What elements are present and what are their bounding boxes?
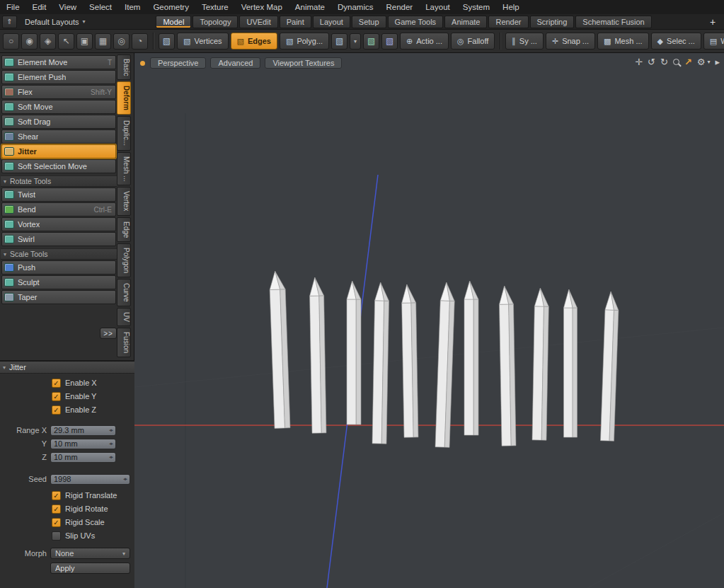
checkbox-rigid-rotate[interactable]: ✓	[52, 505, 61, 514]
menu-item-geometry[interactable]: Geometry	[146, 0, 195, 14]
symmetry-button[interactable]: ∥Sy ...	[505, 33, 544, 50]
cursor-arrows-icon[interactable]: ↖	[58, 33, 74, 50]
fence-picket[interactable]	[435, 282, 455, 448]
tool-flex[interactable]: FlexShift-Y	[1, 85, 116, 99]
panel-tab-vertex[interactable]: Vertex	[117, 187, 131, 215]
properties-header[interactable]: ▾ Jitter	[0, 362, 134, 374]
mode-button-edges[interactable]: ▧Edges	[231, 33, 277, 50]
panel-tab-basic[interactable]: Basic	[117, 54, 131, 80]
item-select-cube-icon[interactable]: ▧	[331, 33, 347, 50]
work-plane-button[interactable]: ▤Wor ...	[703, 33, 724, 50]
layout-tab-paint[interactable]: Paint	[280, 16, 311, 28]
tool-push[interactable]: Push	[1, 260, 116, 275]
spinner-icon[interactable]: ◂▸	[109, 441, 113, 446]
layout-tab-setup[interactable]: Setup	[352, 16, 386, 28]
panel-tab-uv[interactable]: UV	[117, 308, 131, 326]
apply-button[interactable]: Apply	[50, 563, 130, 574]
spinner-icon[interactable]: ◂▸	[109, 427, 113, 433]
layout-tab-model[interactable]: Model	[156, 16, 191, 28]
falloff-button[interactable]: ◎Falloff	[451, 33, 495, 50]
tool-taper[interactable]: Taper	[1, 290, 116, 304]
morph-dropdown[interactable]: None ▾	[50, 548, 130, 559]
expand-viewport-icon[interactable]: ▸	[715, 57, 720, 67]
menu-item-dynamics[interactable]: Dynamics	[331, 0, 379, 14]
fence-picket[interactable]	[464, 281, 478, 435]
menu-item-view[interactable]: View	[52, 0, 83, 14]
field-input-y[interactable]: 10 mm◂▸	[50, 439, 116, 449]
gear-icon[interactable]: ⚙	[697, 57, 706, 67]
field-input-z[interactable]: 10 mm◂▸	[50, 452, 116, 463]
tool-soft-drag[interactable]: Soft Drag	[1, 115, 116, 129]
layout-stack-icon[interactable]: ⇑	[2, 16, 17, 28]
orbit-icon[interactable]: ↺	[648, 57, 655, 67]
pivot-icon[interactable]: ○	[3, 33, 19, 50]
layout-tab-schematic-fusion[interactable]: Schematic Fusion	[575, 16, 651, 28]
tool-soft-selection-move[interactable]: Soft Selection Move	[1, 159, 116, 173]
timer-icon[interactable]: ◔	[132, 33, 148, 50]
add-layout-button[interactable]: +	[706, 16, 719, 28]
roll-icon[interactable]: ↻	[660, 57, 668, 67]
layout-tab-game-tools[interactable]: Game Tools	[388, 16, 444, 28]
fence-picket[interactable]	[372, 282, 389, 444]
action-center-button[interactable]: ⊕Actio ...	[400, 33, 449, 50]
panel-tab-edge[interactable]: Edge	[117, 217, 131, 242]
duplicate-icon[interactable]: ▣	[76, 33, 93, 50]
menu-item-render[interactable]: Render	[379, 0, 419, 14]
layout-tab-render[interactable]: Render	[488, 16, 528, 28]
tool-soft-move[interactable]: Soft Move	[1, 100, 116, 114]
expand-panel-button[interactable]: >>	[100, 328, 117, 339]
viewport-button-advanced[interactable]: Advanced	[210, 57, 260, 69]
checkbox-rigid-translate[interactable]: ✓	[52, 491, 61, 500]
auto-select-cube-icon[interactable]: ▧	[159, 33, 175, 50]
fence-picket[interactable]	[564, 289, 578, 437]
checkbox-rigid-scale[interactable]: ✓	[52, 518, 61, 527]
target-icon[interactable]: ◎	[113, 33, 130, 50]
selection-sets-button[interactable]: ◆Selec ...	[651, 33, 701, 50]
tool-swirl[interactable]: Swirl	[1, 232, 116, 246]
field-input-range-x[interactable]: 29.3 mm◂▸	[50, 425, 116, 436]
mesh-constraints-button[interactable]: ▩Mesh ...	[597, 33, 649, 50]
scene-canvas[interactable]	[134, 53, 724, 588]
checkbox-enable-x[interactable]: ✓	[52, 379, 61, 388]
gear-caret-icon[interactable]: ▾	[707, 59, 710, 65]
spinner-icon[interactable]: ◂▸	[109, 454, 113, 460]
tool-group-header-rotate-tools[interactable]: ▾Rotate Tools	[1, 175, 117, 187]
tool-group-header-scale-tools[interactable]: ▾Scale Tools	[1, 248, 117, 260]
menu-item-texture[interactable]: Texture	[195, 0, 235, 14]
mode-button-polyg[interactable]: ▧Polyg...	[280, 33, 329, 50]
panel-tab-deform[interactable]: Deform	[117, 81, 131, 115]
panel-tab-polygon[interactable]: Polygon	[117, 243, 131, 277]
menu-item-select[interactable]: Select	[83, 0, 118, 14]
viewport-button-viewport-textures[interactable]: Viewport Textures	[265, 57, 342, 69]
default-layouts-dropdown[interactable]: Default Layouts ▾	[19, 18, 91, 26]
checkbox-slip-uvs[interactable]	[52, 531, 61, 541]
tool-element-move[interactable]: Element MoveT	[1, 55, 116, 69]
layout-tab-scripting[interactable]: Scripting	[530, 16, 575, 28]
pin-icon[interactable]: ◈	[40, 33, 56, 50]
snapping-button[interactable]: ✛Snap ...	[546, 33, 595, 50]
fence-picket[interactable]	[309, 277, 326, 433]
fence-picket[interactable]	[532, 288, 549, 440]
menu-item-vertex-map[interactable]: Vertex Map	[235, 0, 289, 14]
fence-picket[interactable]	[347, 281, 361, 425]
tool-sculpt[interactable]: Sculpt	[1, 275, 116, 289]
tool-vortex[interactable]: Vortex	[1, 217, 116, 231]
menu-item-system[interactable]: System	[456, 0, 496, 14]
fit-view-icon[interactable]: ↗	[684, 57, 692, 67]
fence-picket[interactable]	[601, 292, 619, 442]
menu-item-item[interactable]: Item	[118, 0, 146, 14]
menu-item-animate[interactable]: Animate	[289, 0, 331, 14]
menu-item-help[interactable]: Help	[496, 0, 526, 14]
tool-jitter[interactable]: Jitter	[1, 144, 116, 158]
item-mode-cube-icon[interactable]: ▧	[381, 33, 398, 50]
mode-button-vertices[interactable]: ▧Vertices	[177, 33, 229, 50]
viewport-3d[interactable]: PerspectiveAdvancedViewport Textures ✛↺↻…	[134, 53, 724, 588]
checkbox-enable-z[interactable]: ✓	[52, 405, 61, 415]
panel-tab-mesh[interactable]: Mesh ...	[117, 152, 131, 186]
layout-tab-topology[interactable]: Topology	[193, 16, 238, 28]
menu-item-file[interactable]: File	[0, 0, 26, 14]
tool-element-push[interactable]: Element Push	[1, 70, 116, 84]
panel-tab-duplic[interactable]: Duplic...	[117, 116, 131, 150]
fence-picket[interactable]	[499, 286, 516, 446]
seed-input[interactable]: 1998 ◂▸	[50, 474, 130, 485]
